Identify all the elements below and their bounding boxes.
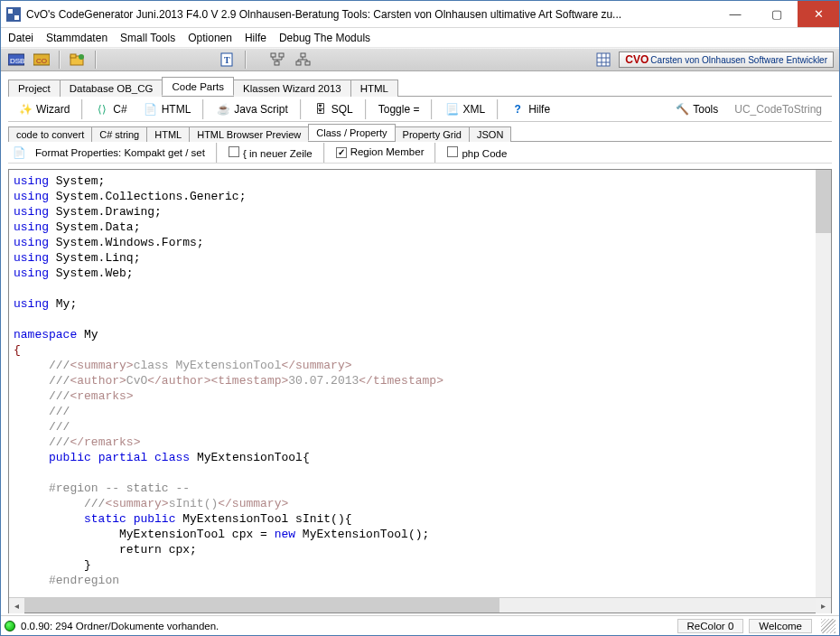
status-recolor[interactable]: ReColor 0	[677, 619, 744, 633]
wand-icon: ✨	[18, 102, 33, 117]
app-icon	[6, 7, 21, 22]
subtab-codetoconvert[interactable]: code to convert	[8, 126, 92, 142]
sql-button[interactable]: 🗄SQL	[307, 99, 359, 119]
statusbar: 0.0.90: 294 Ordner/Dokumente vorhanden. …	[1, 615, 839, 635]
separator	[300, 99, 302, 119]
scroll-thumb[interactable]	[24, 598, 499, 613]
svg-rect-8	[70, 54, 76, 58]
separator	[434, 143, 436, 163]
main-toolbar: DSB CO T CVOCarsten von Olnhausen Softwa…	[1, 48, 839, 71]
tool-tree2-icon[interactable]	[294, 51, 313, 69]
brand-grid-icon[interactable]	[593, 51, 613, 69]
brand-label: CVOCarsten von Olnhausen Software Entwic…	[619, 51, 834, 68]
maximize-button[interactable]: ▢	[756, 1, 798, 27]
svg-rect-18	[597, 53, 610, 66]
subtab-html[interactable]: HTML	[146, 126, 190, 142]
tool-tree1-icon[interactable]	[268, 51, 288, 69]
db-icon: 🗄	[313, 102, 328, 117]
toolbar-separator	[245, 51, 247, 69]
subtab-htmlbrowser[interactable]: HTML Browser Preview	[189, 126, 309, 142]
chk-regionmember[interactable]: Region Member	[336, 146, 425, 158]
page-icon: 📄	[12, 145, 26, 160]
toggle-button[interactable]: Toggle =	[372, 100, 426, 118]
subtab-classproperty[interactable]: Class / Property	[308, 124, 395, 141]
window-controls: — ▢ ✕	[714, 1, 839, 27]
menu-datei[interactable]: Datei	[8, 32, 33, 44]
svg-point-9	[79, 54, 84, 60]
menu-smalltools[interactable]: Small Tools	[120, 32, 175, 44]
tab-html[interactable]: HTML	[350, 80, 398, 97]
codeparts-toolbar: ✨Wizard ⟨⟩C# 📄HTML ☕Java Script 🗄SQL Tog…	[8, 97, 832, 122]
separator	[431, 99, 433, 119]
close-button[interactable]: ✕	[798, 1, 839, 27]
sub-tabs: code to convert C# string HTML HTML Brow…	[8, 124, 832, 142]
minimize-button[interactable]: —	[714, 1, 756, 27]
tool-text-icon[interactable]: T	[218, 51, 238, 69]
scroll-right-arrow[interactable]: ▸	[816, 598, 831, 613]
html-button[interactable]: 📄HTML	[137, 99, 198, 119]
menubar: Datei Stammdaten Small Tools Optionen Hi…	[1, 28, 839, 48]
svg-rect-16	[296, 61, 301, 65]
options-row: 📄 Format Properties: Kompakt get / set {…	[8, 142, 832, 164]
hilfe-button[interactable]: ?Hilfe	[504, 99, 556, 119]
separator	[497, 99, 499, 119]
subtab-csharpstring[interactable]: C# string	[91, 126, 147, 142]
status-welcome[interactable]: Welcome	[749, 619, 812, 633]
tool-dsb-icon[interactable]: DSB	[6, 51, 26, 69]
svg-text:T: T	[224, 55, 230, 65]
status-text: 0.0.90: 294 Ordner/Dokumente vorhanden.	[21, 621, 219, 631]
wizard-button[interactable]: ✨Wizard	[12, 99, 76, 119]
code-editor[interactable]: using System; using System.Collections.G…	[9, 170, 831, 597]
status-led-icon	[5, 621, 15, 631]
javascript-button[interactable]: ☕Java Script	[210, 99, 294, 119]
menu-optionen[interactable]: Optionen	[188, 32, 232, 44]
svg-rect-2	[14, 15, 19, 20]
help-icon: ?	[510, 102, 525, 117]
scroll-left-arrow[interactable]: ◂	[9, 598, 24, 613]
app-window: CvO's CodeGenerator Juni.2013 F4.0 V 2.9…	[0, 0, 840, 636]
menu-stammdaten[interactable]: Stammdaten	[46, 32, 107, 44]
brand-area: CVOCarsten von Olnhausen Software Entwic…	[593, 51, 834, 69]
page-icon: 📄	[144, 102, 158, 117]
tab-codeparts[interactable]: Code Parts	[162, 77, 234, 96]
separator	[323, 143, 325, 163]
separator	[81, 99, 83, 119]
chk-phpcode[interactable]: php Code	[447, 146, 507, 159]
client-area: Project Database OB_CG Code Parts Klasse…	[1, 71, 839, 615]
menu-debug[interactable]: Debug The Moduls	[279, 32, 370, 44]
coffee-icon: ☕	[216, 102, 230, 117]
hammer-icon: 🔨	[675, 102, 689, 117]
menu-hilfe[interactable]: Hilfe	[245, 32, 266, 44]
svg-rect-12	[271, 53, 275, 57]
editor-wrap: using System; using System.Collections.G…	[8, 169, 832, 613]
separator	[202, 99, 204, 119]
svg-rect-1	[8, 9, 13, 14]
svg-text:CO: CO	[36, 57, 47, 65]
window-title: CvO's CodeGenerator Juni.2013 F4.0 V 2.9…	[26, 8, 714, 21]
tab-database[interactable]: Database OB_CG	[60, 80, 163, 97]
resize-grip-icon[interactable]	[821, 619, 835, 633]
main-tabs: Project Database OB_CG Code Parts Klasse…	[8, 77, 832, 97]
tools-button[interactable]: 🔨Tools	[668, 99, 724, 119]
titlebar: CvO's CodeGenerator Juni.2013 F4.0 V 2.9…	[1, 1, 839, 28]
toolbar-separator	[59, 51, 61, 69]
scroll-thumb[interactable]	[816, 170, 831, 233]
xml-icon: 📃	[444, 102, 459, 117]
separator	[216, 143, 218, 163]
svg-rect-14	[275, 61, 279, 65]
subtab-propertygrid[interactable]: Property Grid	[395, 126, 470, 142]
csharp-button[interactable]: ⟨⟩C#	[89, 99, 133, 119]
svg-rect-15	[301, 53, 305, 57]
tool-co-icon[interactable]: CO	[32, 51, 51, 69]
subtab-json[interactable]: JSON	[469, 126, 511, 142]
csharp-icon: ⟨⟩	[95, 102, 109, 117]
svg-text:DSB: DSB	[10, 57, 24, 65]
tab-klassenwizard[interactable]: Klassen Wizard 2013	[233, 80, 351, 97]
vertical-scrollbar[interactable]	[816, 170, 831, 597]
tab-project[interactable]: Project	[8, 80, 61, 97]
xml-button[interactable]: 📃XML	[438, 99, 491, 119]
format-label: Format Properties: Kompakt get / set	[35, 147, 205, 158]
chk-neuerzeile[interactable]: { in neuer Zeile	[229, 146, 313, 159]
horizontal-scrollbar[interactable]: ◂ ▸	[9, 597, 831, 613]
tool-folder-icon[interactable]	[68, 51, 88, 69]
